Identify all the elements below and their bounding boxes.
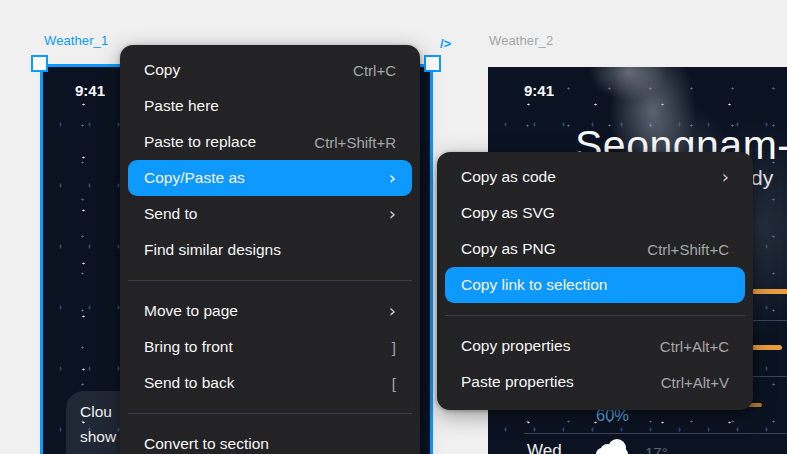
menu-item-label: Copy as code	[461, 168, 556, 186]
selection-handle-top-right[interactable]	[424, 55, 441, 72]
forecast-temp-value: 17°	[645, 444, 668, 454]
menu-item-label: Convert to section	[144, 435, 269, 453]
submenu-chevron-icon: ›	[722, 168, 729, 186]
status-bar-time: 9:41	[524, 82, 554, 99]
code-slash-icon[interactable]: />	[440, 36, 451, 51]
menu-item-copy-properties[interactable]: Copy propertiesCtrl+Alt+C	[445, 328, 745, 364]
status-bar-time: 9:41	[75, 82, 105, 99]
menu-item-convert-to-section[interactable]: Convert to section	[128, 426, 412, 454]
menu-item-copy[interactable]: CopyCtrl+C	[128, 52, 412, 88]
frame-label-weather-1[interactable]: Weather_1	[44, 33, 108, 48]
menu-shortcut: Ctrl+Shift+C	[647, 241, 729, 258]
menu-item-label: Move to page	[144, 302, 238, 320]
menu-item-send-to[interactable]: Send to›	[128, 196, 412, 232]
menu-item-move-to-page[interactable]: Move to page›	[128, 293, 412, 329]
menu-item-label: Paste properties	[461, 373, 574, 391]
menu-item-find-similar-designs[interactable]: Find similar designs	[128, 232, 412, 268]
menu-shortcut: Ctrl+Alt+C	[660, 338, 729, 355]
cloud-icon	[596, 438, 632, 454]
menu-item-copy-paste-as[interactable]: Copy/Paste as›	[128, 160, 412, 196]
menu-item-label: Copy as PNG	[461, 240, 556, 258]
menu-shortcut: Ctrl+Alt+V	[661, 374, 729, 391]
menu-item-label: Find similar designs	[144, 241, 281, 259]
submenu-chevron-icon: ›	[389, 169, 396, 187]
menu-item-label: Paste here	[144, 97, 219, 115]
menu-item-label: Send to	[144, 205, 197, 223]
menu-item-label: Copy	[144, 61, 180, 79]
menu-item-bring-to-front[interactable]: Bring to front]	[128, 329, 412, 365]
menu-shortcut: ]	[392, 339, 396, 356]
menu-item-paste-to-replace[interactable]: Paste to replaceCtrl+Shift+R	[128, 124, 412, 160]
condition-text: dy	[751, 166, 773, 190]
submenu-chevron-icon: ›	[389, 205, 396, 223]
menu-item-label: Bring to front	[144, 338, 233, 356]
menu-item-paste-here[interactable]: Paste here	[128, 88, 412, 124]
menu-item-label: Copy/Paste as	[144, 169, 245, 187]
frame-label-weather-2[interactable]: Weather_2	[489, 33, 553, 48]
menu-item-label: Paste to replace	[144, 133, 256, 151]
menu-item-label: Copy properties	[461, 337, 570, 355]
copy-paste-as-submenu: Copy as code›Copy as SVGCopy as PNGCtrl+…	[437, 152, 753, 410]
menu-shortcut: [	[392, 375, 396, 392]
row-divider	[524, 433, 787, 434]
menu-divider	[128, 280, 412, 281]
menu-item-copy-link-to-selection[interactable]: Copy link to selection	[445, 267, 745, 303]
menu-item-copy-as-svg[interactable]: Copy as SVG	[445, 195, 745, 231]
menu-item-send-to-back[interactable]: Send to back[	[128, 365, 412, 401]
menu-item-copy-as-code[interactable]: Copy as code›	[445, 159, 745, 195]
selection-handle-top-left[interactable]	[31, 55, 48, 72]
menu-divider	[128, 413, 412, 414]
design-canvas[interactable]: Weather_1 Weather_2 /> 9:41 Clou show 9:…	[0, 0, 787, 454]
submenu-chevron-icon: ›	[389, 302, 396, 320]
menu-item-label: Copy link to selection	[461, 276, 607, 294]
menu-item-paste-properties[interactable]: Paste propertiesCtrl+Alt+V	[445, 364, 745, 400]
context-menu: CopyCtrl+CPaste herePaste to replaceCtrl…	[120, 45, 420, 454]
menu-item-copy-as-png[interactable]: Copy as PNGCtrl+Shift+C	[445, 231, 745, 267]
menu-shortcut: Ctrl+C	[353, 62, 396, 79]
menu-shortcut: Ctrl+Shift+R	[314, 134, 396, 151]
menu-divider	[445, 315, 745, 316]
forecast-day-label: Wed	[527, 441, 562, 454]
menu-item-label: Send to back	[144, 374, 234, 392]
menu-item-label: Copy as SVG	[461, 204, 555, 222]
